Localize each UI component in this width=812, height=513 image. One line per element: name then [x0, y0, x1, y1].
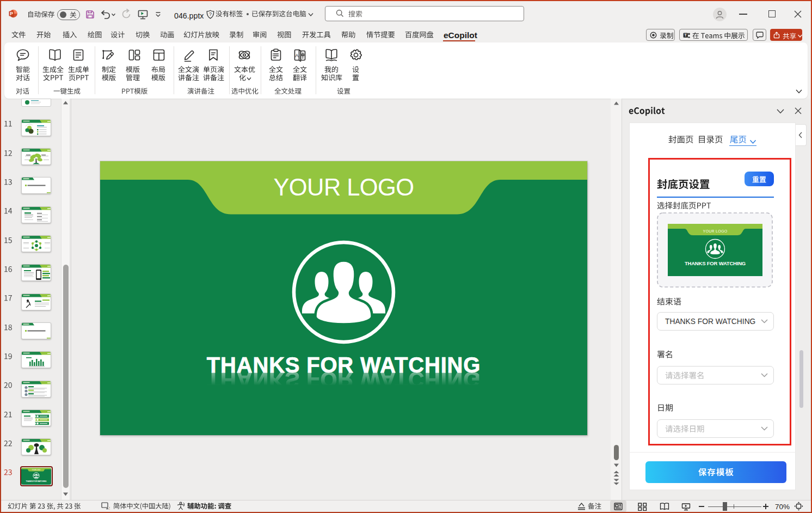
svg-text:P: P — [10, 11, 13, 16]
svg-text:T: T — [685, 33, 687, 37]
svg-text:?: ? — [109, 506, 110, 510]
svg-text:THANKS FOR WATCHING: THANKS FOR WATCHING — [685, 260, 746, 266]
svg-text:A: A — [295, 52, 299, 58]
svg-text:YOUR LOGO: YOUR LOGO — [703, 229, 727, 233]
svg-text:THANKS FOR WATCHING: THANKS FOR WATCHING — [26, 480, 47, 482]
svg-text:?: ? — [209, 11, 212, 17]
svg-text:YOUR LOGO: YOUR LOGO — [32, 469, 41, 471]
